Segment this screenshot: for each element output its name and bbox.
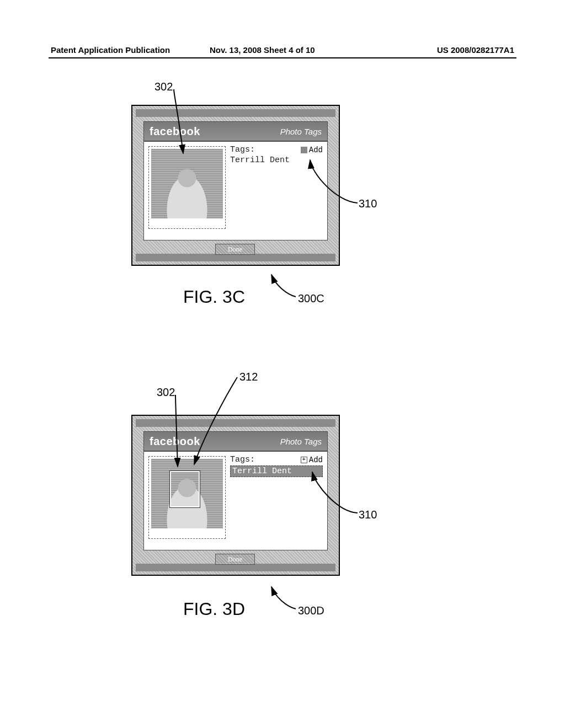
ref-300c: 300C [298,292,324,305]
done-button[interactable]: Done [215,554,255,565]
brand-label: facebook [150,125,200,138]
ref-300d: 300D [298,604,324,617]
ref-302: 302 [157,386,175,399]
app-body: Tags: + Add Terrill Dent [143,451,328,550]
ref-310: 310 [359,197,377,210]
chrome-bottom [136,254,335,261]
device-screenshot-3d: facebook Photo Tags Tags: + Add [131,415,340,576]
add-label: Add [309,146,323,154]
add-tag-button[interactable]: Add [301,146,323,154]
ref-302: 302 [154,81,173,93]
section-label: Photo Tags [280,127,322,136]
photo-thumbnail-area [144,142,227,240]
ref-310: 310 [359,508,377,521]
app-title-bar: facebook Photo Tags [143,431,328,451]
face-tag-box[interactable] [170,471,200,507]
figure-caption-3c: FIG. 3C [183,287,245,307]
section-label: Photo Tags [280,437,322,446]
tag-item[interactable]: Terrill Dent [230,156,323,165]
add-label: Add [309,456,323,464]
add-tag-button[interactable]: + Add [301,456,323,464]
photo-image [151,149,223,218]
app-title-bar: facebook Photo Tags [143,121,328,141]
header-rule [49,57,516,58]
figure-3d: facebook Photo Tags Tags: + Add [0,364,565,640]
header-left: Patent Application Publication [51,45,170,55]
photo-frame[interactable] [148,456,226,539]
add-icon [301,147,307,153]
tags-heading: Tags: [230,145,255,154]
chrome-top [136,109,335,117]
tag-item-selected[interactable]: Terrill Dent [230,465,323,477]
device-screenshot-3c: facebook Photo Tags Tags: Add Terrill De… [131,105,340,266]
tags-panel: Tags: Add Terrill Dent [227,142,327,240]
page-header: Patent Application Publication Nov. 13, … [51,45,514,55]
figure-caption-3d: FIG. 3D [183,599,245,619]
done-button[interactable]: Done [215,244,255,255]
tags-panel: Tags: + Add Terrill Dent [227,452,327,550]
photo-image [151,459,223,528]
ref-312: 312 [239,371,258,383]
chrome-top [136,419,335,427]
header-right: US 2008/0282177A1 [437,45,514,55]
figure-3c: facebook Photo Tags Tags: Add Terrill De… [0,77,565,309]
header-center: Nov. 13, 2008 Sheet 4 of 10 [210,45,315,55]
chrome-bottom [136,564,335,571]
photo-thumbnail-area [144,452,227,550]
app-body: Tags: Add Terrill Dent [143,141,328,240]
plus-icon: + [301,457,307,463]
brand-label: facebook [150,435,200,448]
photo-frame[interactable] [148,146,226,229]
tags-heading: Tags: [230,455,255,464]
